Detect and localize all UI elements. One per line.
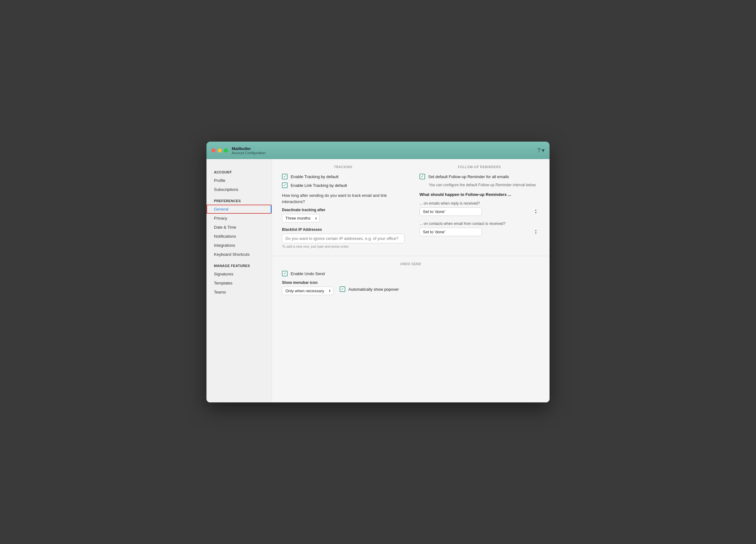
on-reply-select-arrows: ▲ ▼: [535, 209, 537, 214]
sidebar-item-templates[interactable]: Templates: [206, 279, 272, 288]
chevron-down-icon: ▾: [542, 147, 545, 154]
arrow-down-icon: ▼: [535, 212, 537, 214]
datetime-label: Date & Time: [214, 225, 236, 230]
arrow-down-icon-2: ▼: [535, 232, 537, 235]
followup-column: FOLLOW-UP REMINDERS Set default Follow-u…: [417, 165, 540, 248]
sidebar-item-integrations[interactable]: Integrations: [206, 241, 272, 250]
menubar-select-wrapper: Only when necessary Always Never ⬍: [282, 287, 333, 295]
arrow-up-icon: ▲: [535, 209, 537, 211]
two-col-layout: TRACKING Enable Tracking by default Enab…: [282, 165, 540, 248]
on-reply-select-group: Set to 'done' Keep active Snooze ▲ ▼: [419, 207, 540, 216]
set-default-followup-row: Set default Follow-up Reminder for all e…: [419, 174, 540, 179]
followup-header: FOLLOW-UP REMINDERS: [419, 165, 540, 169]
manage-section-title: MANAGE FEATURES: [206, 259, 272, 270]
subscriptions-label: Subscriptions: [214, 187, 238, 192]
tracking-header: TRACKING: [282, 165, 405, 169]
deactivate-select-wrapper: Three months One week Two weeks One mont…: [282, 214, 320, 222]
blacklist-input[interactable]: [282, 234, 405, 243]
enable-tracking-row: Enable Tracking by default: [282, 174, 405, 179]
menubar-group: Show menubar icon Only when necessary Al…: [282, 280, 333, 295]
close-button[interactable]: [211, 148, 216, 153]
app-window: Mailbutler Account Configuration ? ▾ ACC…: [206, 142, 550, 402]
sidebar-item-signatures[interactable]: Signatures: [206, 270, 272, 279]
traffic-lights: [211, 148, 228, 153]
deactivate-label: Deactivate tracking after: [282, 208, 405, 212]
on-contact-select[interactable]: Set to 'done' Keep active Snooze: [419, 228, 482, 236]
auto-show-label: Automatically show popover: [348, 287, 399, 292]
auto-show-checkbox[interactable]: [340, 286, 345, 292]
sidebar-item-teams[interactable]: Teams: [206, 288, 272, 297]
auto-show-row: Automatically show popover: [340, 286, 399, 292]
content-area: TRACKING Enable Tracking by default Enab…: [272, 159, 550, 402]
sidebar-item-general[interactable]: General: [206, 205, 272, 214]
blacklist-label: Blacklist IP Addresses: [282, 227, 405, 232]
undo-send-section: UNDO SEND Enable Undo Send Show menubar …: [272, 256, 550, 303]
enable-undo-row: Enable Undo Send: [282, 271, 540, 276]
sidebar-item-subscriptions[interactable]: Subscriptions: [206, 185, 272, 194]
enable-tracking-label: Enable Tracking by default: [291, 174, 338, 179]
enable-undo-checkbox[interactable]: [282, 271, 288, 276]
teams-label: Teams: [214, 290, 226, 294]
account-section-title: ACCOUNT: [206, 165, 272, 176]
on-contact-question: ... on contacts when email from contact …: [419, 221, 540, 226]
profile-label: Profile: [214, 178, 225, 183]
help-button[interactable]: ? ▾: [537, 147, 545, 154]
signatures-label: Signatures: [214, 272, 233, 276]
on-contact-select-arrows: ▲ ▼: [535, 229, 537, 235]
tracking-followup-section: TRACKING Enable Tracking by default Enab…: [272, 159, 550, 256]
main-content: ACCOUNT Profile Subscriptions PREFERENCE…: [206, 159, 550, 402]
tracking-column: TRACKING Enable Tracking by default Enab…: [282, 165, 405, 248]
enable-link-tracking-row: Enable Link Tracking by default: [282, 182, 405, 188]
menubar-select[interactable]: Only when necessary Always Never: [282, 287, 333, 295]
enable-link-tracking-checkbox[interactable]: [282, 182, 288, 188]
sidebar-item-datetime[interactable]: Date & Time: [206, 223, 272, 232]
blacklist-hint: To add a new one, just type and press en…: [282, 245, 405, 248]
followup-description: You can configure the default Follow-up …: [429, 182, 540, 188]
deactivate-select[interactable]: Three months One week Two weeks One mont…: [282, 214, 320, 222]
undo-bottom-row: Show menubar icon Only when necessary Al…: [282, 280, 540, 295]
sidebar-item-privacy[interactable]: Privacy: [206, 214, 272, 223]
on-reply-question: ... on emails when reply is received?: [419, 201, 540, 206]
enable-tracking-checkbox[interactable]: [282, 174, 288, 179]
sidebar-item-keyboard-shortcuts[interactable]: Keyboard Shortcuts: [206, 250, 272, 259]
set-default-followup-checkbox[interactable]: [419, 174, 425, 179]
tracking-question: How long after sending do you want to tr…: [282, 192, 405, 205]
maximize-button[interactable]: [224, 148, 228, 153]
notifications-label: Notifications: [214, 234, 236, 239]
app-subtitle: Account Configuration: [232, 151, 265, 155]
set-default-followup-label: Set default Follow-up Reminder for all e…: [428, 174, 509, 179]
preferences-section-title: PREFERENCES: [206, 194, 272, 205]
on-contact-select-group: Set to 'done' Keep active Snooze ▲ ▼: [419, 228, 540, 236]
minimize-button[interactable]: [218, 148, 222, 153]
undo-send-header: UNDO SEND: [282, 262, 540, 266]
help-icon: ?: [537, 147, 540, 154]
titlebar: Mailbutler Account Configuration ? ▾: [206, 142, 550, 159]
on-reply-select[interactable]: Set to 'done' Keep active Snooze: [419, 207, 482, 216]
general-label: General: [214, 207, 228, 211]
menubar-label: Show menubar icon: [282, 280, 333, 285]
app-name: Mailbutler: [232, 146, 265, 151]
app-title-area: Mailbutler Account Configuration: [232, 146, 265, 155]
sidebar-item-notifications[interactable]: Notifications: [206, 232, 272, 241]
followup-question: What should happen to Follow-up Reminder…: [419, 192, 540, 197]
templates-label: Templates: [214, 281, 232, 285]
sidebar-item-profile[interactable]: Profile: [206, 176, 272, 185]
arrow-up-icon-2: ▲: [535, 229, 537, 232]
keyboard-shortcuts-label: Keyboard Shortcuts: [214, 252, 250, 257]
enable-undo-label: Enable Undo Send: [291, 271, 325, 276]
sidebar: ACCOUNT Profile Subscriptions PREFERENCE…: [206, 159, 272, 402]
integrations-label: Integrations: [214, 243, 235, 248]
enable-link-tracking-label: Enable Link Tracking by default: [291, 183, 347, 188]
privacy-label: Privacy: [214, 216, 227, 221]
